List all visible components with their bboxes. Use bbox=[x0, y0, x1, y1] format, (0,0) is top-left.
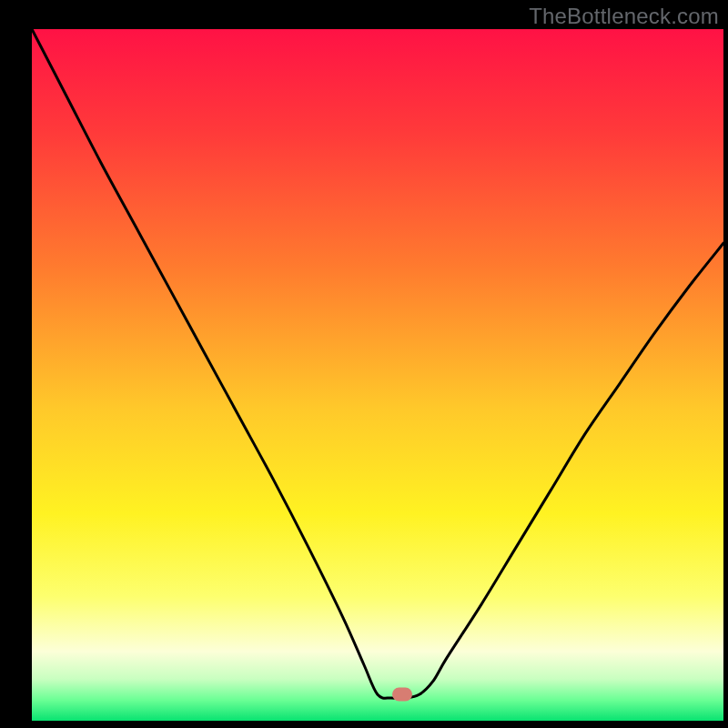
bottleneck-curve bbox=[32, 29, 723, 698]
curve-layer bbox=[32, 29, 723, 698]
bottleneck-marker bbox=[392, 688, 412, 702]
watermark-text: TheBottleneck.com bbox=[529, 4, 719, 29]
chart-frame: TheBottleneck.com bbox=[0, 0, 728, 728]
plot-area bbox=[32, 29, 723, 698]
